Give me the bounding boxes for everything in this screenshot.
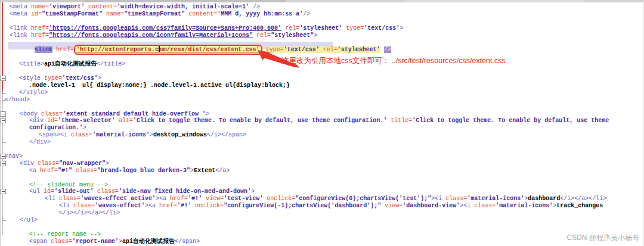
code-token: 'text/css' [364, 25, 400, 32]
code-token: ><a [145, 203, 159, 209]
code-token: .node.level-1 ul{ display:none;} .node.l… [29, 82, 290, 89]
code-token: 'report-name' [72, 238, 119, 245]
code-token: href= [31, 25, 49, 32]
code-token: content= [188, 11, 217, 17]
watermark: CSDN @程序员小杨哥 [566, 233, 639, 243]
code-token: > [251, 188, 255, 195]
code-line: <link href='http://extentreports.com/res… [0, 46, 644, 54]
code-token: 'MMM d, yyyy hh:mm:ss a' [217, 11, 303, 17]
code-token: class= [51, 238, 72, 245]
code-token: > [400, 25, 403, 32]
code-token: <meta [10, 4, 31, 10]
code-token: api自动化测试报告 [44, 61, 97, 67]
code-token: 'Click to toggle theme. To enable by def… [133, 117, 387, 124]
code-line [0, 18, 644, 25]
code-token: href= [159, 203, 177, 209]
code-token: "brand-logo blue darken-3" [97, 167, 190, 174]
fold-toggle-icon[interactable] [1, 76, 6, 81]
code-line: <span class='report-name'>api自动化测试报告</sp… [0, 238, 644, 245]
code-token: rel= [256, 32, 271, 39]
code-token: <link [10, 25, 31, 32]
code-line: <nav> [0, 153, 644, 160]
code-line: <li class='waves-effect'><a href='#!' on… [0, 203, 644, 210]
fold-toggle-icon[interactable] [1, 118, 6, 123]
code-line: <style type='text/css'> [0, 75, 644, 82]
code-token: "timeStampFormat" [42, 11, 103, 17]
code-token: <style [19, 75, 44, 82]
fold-toggle-icon[interactable] [1, 111, 6, 117]
code-token: id= [44, 188, 54, 195]
code-token: <nav> [5, 153, 23, 160]
code-token: configuration.' [29, 124, 83, 131]
code-token: ><i [460, 203, 474, 209]
code-token: 'stylesheet' [338, 46, 380, 53]
code-token: 'https://fonts.googleapis.com/css?family… [49, 25, 281, 32]
code-token: class= [73, 203, 95, 209]
code-line [0, 175, 644, 182]
code-line [0, 146, 644, 153]
code-token: class= [76, 167, 97, 174]
code-token: 'waves-effect' [95, 203, 145, 209]
code-token: '#!' [177, 203, 191, 209]
code-line [0, 224, 644, 231]
code-token: "#!" [58, 167, 72, 174]
code-token: class= [474, 203, 496, 209]
code-line: <body class='extent standard default hid… [0, 111, 644, 118]
code-token: om/resx/dist/css/extent.css' [160, 46, 260, 53]
code-editor[interactable]: <meta name='viewport' content='width=dev… [0, 2, 644, 245]
code-line: <link href='https://fonts.googleapis.com… [0, 25, 644, 32]
code-token: <!-- slideout menu --> [29, 182, 108, 188]
code-token: <body [20, 111, 41, 117]
code-token: id= [47, 117, 58, 124]
code-line: </ul> [0, 217, 644, 224]
code-token: <div [29, 117, 47, 124]
code-token: </ul> [20, 217, 38, 223]
code-line [0, 68, 644, 75]
code-token: ><a [156, 195, 170, 202]
code-token: href= [40, 167, 58, 174]
code-token: "stylesheet" [271, 32, 314, 39]
fold-toggle-icon[interactable] [1, 161, 6, 166]
code-token: "nav-wrapper" [59, 160, 106, 167]
code-token: href= [56, 46, 74, 53]
code-token: rel= [285, 25, 299, 32]
code-token: <meta [10, 11, 31, 17]
code-token: class= [59, 195, 80, 202]
code-token: /> [249, 4, 260, 10]
code-line: <link href="https://fonts.googleapis.com… [0, 32, 644, 39]
code-token: 'Click to toggle theme. To enable by def… [412, 117, 609, 124]
code-token: <link [10, 32, 31, 39]
code-token: class= [41, 111, 63, 117]
code-token: "configureView(0);chartsView('test');" [295, 195, 431, 202]
code-token: alt= [119, 117, 133, 124]
code-token: <li [45, 195, 59, 202]
fold-end-marker [2, 217, 6, 221]
code-line: <a href="#!" class="brand-logo blue dark… [0, 167, 644, 175]
code-token: type= [44, 75, 62, 82]
fold-toggle-icon[interactable] [1, 154, 6, 159]
code-token: 'theme-selector' [58, 117, 115, 124]
code-token: <ul [29, 188, 44, 195]
code-token: > [314, 32, 317, 39]
code-token: 'text/css' [62, 75, 98, 82]
code-line: </div> [0, 139, 644, 146]
code-token: '#!' [188, 195, 202, 202]
fold-toggle-icon[interactable] [1, 189, 6, 194]
code-token: /> [303, 11, 310, 17]
code-token: "timeStampFormat" [124, 11, 185, 17]
code-line: <meta id="timeStampFormat" name="timeSta… [0, 11, 644, 18]
fold-end-marker [2, 96, 6, 101]
code-token: </title> [97, 61, 125, 67]
code-token: <div [20, 160, 38, 167]
code-token: type= [346, 25, 364, 32]
code-token: class= [71, 132, 92, 138]
code-token: class= [445, 195, 467, 202]
code-token: 'extent standard default hide-overflow ' [63, 111, 206, 117]
code-token: "configureView(-1);chartsView('dashboard… [224, 203, 381, 209]
code-token: 'material-icons' [467, 195, 524, 202]
code-token: > [206, 111, 209, 117]
code-token: </i></span> [207, 132, 246, 138]
code-token: <a [29, 167, 40, 174]
code-line: configuration.'> [0, 124, 644, 132]
code-token: view= [385, 203, 402, 209]
